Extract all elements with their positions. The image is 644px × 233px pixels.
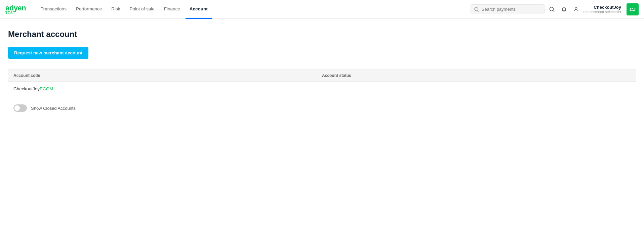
svg-point-4 [575, 7, 577, 9]
nav-link-risk[interactable]: Risk [107, 0, 124, 19]
search-icon [474, 7, 479, 12]
logo[interactable]: adyen TEST [5, 4, 26, 15]
nav-link-transactions[interactable]: Transactions [37, 0, 71, 19]
account-code-cell: CheckoutJoyECOM [13, 86, 322, 91]
nav-link-performance[interactable]: Performance [72, 0, 106, 19]
toggle-slider [13, 104, 27, 112]
table-row[interactable]: CheckoutJoyECOM [8, 82, 636, 96]
column-header-account-code: Account code [13, 73, 322, 78]
avatar-button[interactable]: CJ [627, 3, 639, 15]
search-icon-btn [549, 7, 555, 12]
svg-line-1 [478, 10, 479, 11]
notifications-button[interactable] [559, 5, 569, 14]
nav-link-finance[interactable]: Finance [160, 0, 184, 19]
user-profile-button[interactable] [571, 5, 581, 14]
brand-env: TEST [5, 11, 15, 15]
account-code-suffix: ECOM [40, 86, 53, 91]
search-bar[interactable] [471, 4, 545, 14]
page-content: Merchant account Request new merchant ac… [0, 19, 644, 123]
nav-links: TransactionsPerformanceRiskPoint of sale… [37, 0, 471, 19]
show-closed-label: Show Closed Accounts [31, 106, 76, 111]
column-header-account-status: Account status [322, 73, 631, 78]
nav-link-account[interactable]: Account [186, 0, 212, 19]
user-name: CheckoutJoy [594, 5, 621, 10]
nav-right: CheckoutJoy no merchant selected ▾ CJ [471, 3, 639, 15]
navbar: adyen TEST TransactionsPerformanceRiskPo… [0, 0, 644, 19]
account-code-prefix: CheckoutJoy [13, 86, 40, 91]
bell-icon [561, 7, 567, 12]
search-button[interactable] [547, 5, 557, 14]
merchant-table: Account code Account status CheckoutJoyE… [8, 69, 636, 96]
chevron-down-icon: ▾ [619, 10, 621, 14]
page-title: Merchant account [8, 30, 636, 39]
user-merchant: no merchant selected ▾ [583, 10, 621, 14]
request-merchant-button[interactable]: Request new merchant account [8, 47, 88, 59]
user-info[interactable]: CheckoutJoy no merchant selected ▾ [583, 5, 621, 14]
show-closed-toggle[interactable] [13, 104, 27, 112]
table-header: Account code Account status [8, 70, 636, 82]
svg-line-3 [553, 10, 554, 12]
show-closed-toggle-row: Show Closed Accounts [8, 104, 636, 112]
nav-link-point-of-sale[interactable]: Point of sale [125, 0, 158, 19]
search-input[interactable] [482, 7, 541, 12]
person-icon [573, 7, 579, 12]
